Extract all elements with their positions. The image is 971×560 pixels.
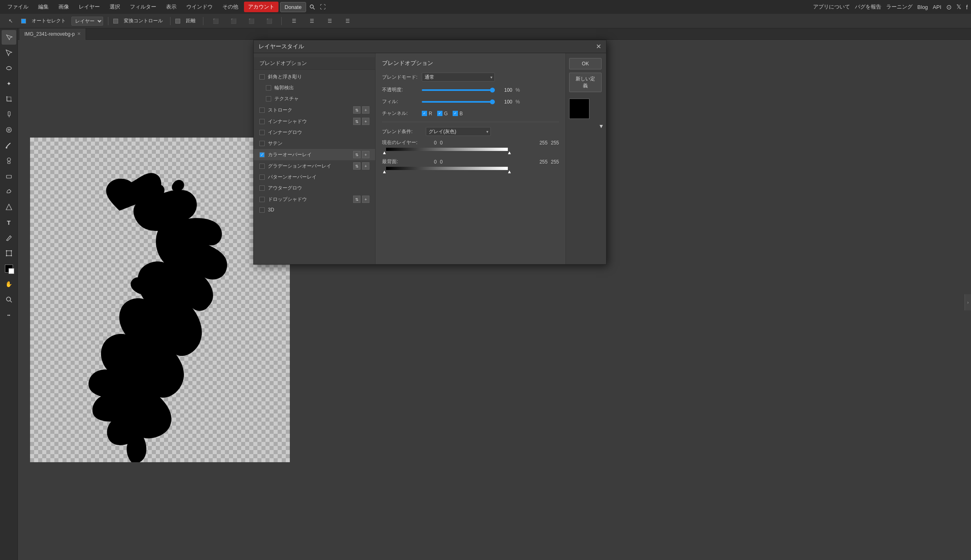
stroke-add-btn[interactable]: +: [362, 106, 369, 114]
style-item-outer-glow[interactable]: アウターグロウ: [254, 183, 375, 194]
tab-close-button[interactable]: ✕: [77, 31, 81, 37]
ok-button[interactable]: OK: [569, 58, 602, 69]
move-tool-icon[interactable]: ↖: [3, 14, 18, 28]
blend-mode-select[interactable]: 通常 乗算 スクリーン: [422, 73, 495, 82]
channel-r-checkbox[interactable]: ✓: [422, 111, 427, 116]
inner-glow-checkbox[interactable]: [259, 130, 265, 135]
blend-condition-select[interactable]: グレイ(灰色): [426, 127, 491, 136]
style-item-gradient-overlay[interactable]: グラデーションオーバーレイ ⇅ +: [254, 160, 375, 172]
zoom-tool[interactable]: [2, 292, 16, 307]
style-item-inner-shadow[interactable]: インナーシャドウ ⇅ +: [254, 116, 375, 127]
channel-b-checkbox[interactable]: ✓: [453, 111, 458, 116]
swatch-dropdown-arrow[interactable]: ▾: [569, 122, 603, 130]
menu-edit[interactable]: 編集: [34, 2, 53, 12]
blur-tool[interactable]: [2, 200, 16, 214]
magic-wand-tool[interactable]: ✦: [2, 76, 16, 91]
color-overlay-settings-btn[interactable]: ⇅: [353, 151, 360, 158]
style-item-3d[interactable]: 3D: [254, 205, 375, 215]
style-item-drop-shadow[interactable]: ドロップシャドウ ⇅ +: [254, 194, 375, 205]
outer-glow-checkbox[interactable]: [259, 185, 265, 191]
drop-shadow-checkbox[interactable]: [259, 197, 265, 202]
document-tab[interactable]: IMG_2341-removebg-p ✕: [19, 28, 86, 40]
color-swatch[interactable]: [569, 99, 589, 119]
canvas-image[interactable]: [30, 138, 290, 462]
healing-tool[interactable]: [2, 123, 16, 137]
eyedropper-tool[interactable]: [2, 107, 16, 122]
color-overlay-add-btn[interactable]: +: [362, 151, 369, 158]
inner-shadow-checkbox[interactable]: [259, 119, 265, 124]
style-item-inner-glow[interactable]: インナーグロウ: [254, 127, 375, 138]
style-item-contour[interactable]: 輪郭検出: [254, 82, 375, 93]
inner-shadow-add-btn[interactable]: +: [362, 118, 369, 125]
clone-stamp-tool[interactable]: [2, 153, 16, 168]
menu-filter[interactable]: フィルター: [126, 2, 160, 12]
contour-checkbox[interactable]: [266, 85, 271, 90]
menu-select[interactable]: 選択: [106, 2, 124, 12]
drop-shadow-settings-btn[interactable]: ⇅: [353, 196, 360, 203]
arrange-icon-2[interactable]: ☰: [304, 14, 319, 28]
menu-window[interactable]: ウインドウ: [182, 2, 217, 12]
fullscreen-icon[interactable]: ⛶: [318, 2, 327, 11]
style-item-pattern-overlay[interactable]: パターンオーバーレイ: [254, 172, 375, 183]
align-right-icon[interactable]: ⬛: [244, 14, 259, 28]
gradient-overlay-settings-btn[interactable]: ⇅: [353, 162, 360, 170]
distribute-icon[interactable]: ⬛: [262, 14, 276, 28]
about-app-link[interactable]: アプリについて: [813, 3, 850, 11]
style-item-satin[interactable]: サテン: [254, 138, 375, 149]
drop-shadow-add-btn[interactable]: +: [362, 196, 369, 203]
cursor-tool[interactable]: [2, 45, 16, 60]
stroke-settings-btn[interactable]: ⇅: [353, 106, 360, 114]
distance-checkbox[interactable]: [175, 19, 180, 24]
twitter-icon[interactable]: 𝕏: [956, 3, 961, 11]
crop-tool[interactable]: [2, 92, 16, 106]
color-overlay-checkbox[interactable]: ✓: [259, 152, 265, 157]
search-icon[interactable]: [308, 2, 317, 11]
donate-button[interactable]: Donate: [280, 2, 306, 12]
menu-image[interactable]: 画像: [54, 2, 73, 12]
style-item-stroke[interactable]: ストローク ⇅ +: [254, 104, 375, 116]
menu-other[interactable]: その他: [218, 2, 242, 12]
layer-select[interactable]: レイヤー: [71, 17, 103, 26]
selection-tool[interactable]: [2, 30, 16, 45]
opacity-slider[interactable]: [422, 89, 495, 91]
api-link[interactable]: API: [933, 4, 941, 10]
extra-tools[interactable]: ▪▪: [2, 308, 16, 322]
stroke-checkbox[interactable]: [259, 108, 265, 113]
transform-tool[interactable]: [2, 246, 16, 261]
gradient-overlay-add-btn[interactable]: +: [362, 162, 369, 170]
blog-link[interactable]: Blog: [917, 4, 928, 10]
inner-shadow-settings-btn[interactable]: ⇅: [353, 118, 360, 125]
pen-tool[interactable]: [2, 230, 16, 245]
arrange-icon-4[interactable]: ☰: [340, 14, 355, 28]
align-center-icon[interactable]: ⬛: [226, 14, 241, 28]
menu-file[interactable]: ファイル: [3, 2, 32, 12]
learning-link[interactable]: ラーニング: [886, 3, 913, 11]
style-item-bevel[interactable]: 斜角と浮き彫り: [254, 71, 375, 82]
transform-checkbox[interactable]: [113, 19, 118, 24]
facebook-icon[interactable]: f: [966, 4, 968, 11]
arrange-icon-1[interactable]: ☰: [287, 14, 301, 28]
expand-panel-tab[interactable]: ›: [965, 294, 971, 310]
menu-layer[interactable]: レイヤー: [75, 2, 104, 12]
3d-checkbox[interactable]: [259, 207, 265, 213]
foreground-color-swatch[interactable]: [2, 261, 16, 276]
account-button[interactable]: アカウント: [244, 2, 278, 12]
bevel-checkbox[interactable]: [259, 74, 265, 80]
fill-slider[interactable]: [422, 101, 495, 103]
auto-select-checkbox[interactable]: [21, 19, 26, 24]
reddit-icon[interactable]: ⊙: [946, 3, 952, 11]
menu-view[interactable]: 表示: [162, 2, 181, 12]
channel-g-checkbox[interactable]: ✓: [437, 111, 442, 116]
pattern-overlay-checkbox[interactable]: [259, 174, 265, 180]
style-item-color-overlay[interactable]: ✓ カラーオーバーレイ ⇅ +: [254, 149, 375, 160]
hand-tool[interactable]: ✋: [2, 277, 16, 291]
brush-tool[interactable]: [2, 138, 16, 153]
eraser-tool[interactable]: [2, 169, 16, 183]
style-item-texture[interactable]: テクスチャ: [254, 93, 375, 104]
align-left-icon[interactable]: ⬛: [208, 14, 223, 28]
dialog-close-button[interactable]: ✕: [596, 43, 601, 50]
type-tool[interactable]: T: [2, 215, 16, 230]
gradient-overlay-checkbox[interactable]: [259, 164, 265, 169]
report-bug-link[interactable]: バグを報告: [855, 3, 881, 11]
satin-checkbox[interactable]: [259, 141, 265, 146]
